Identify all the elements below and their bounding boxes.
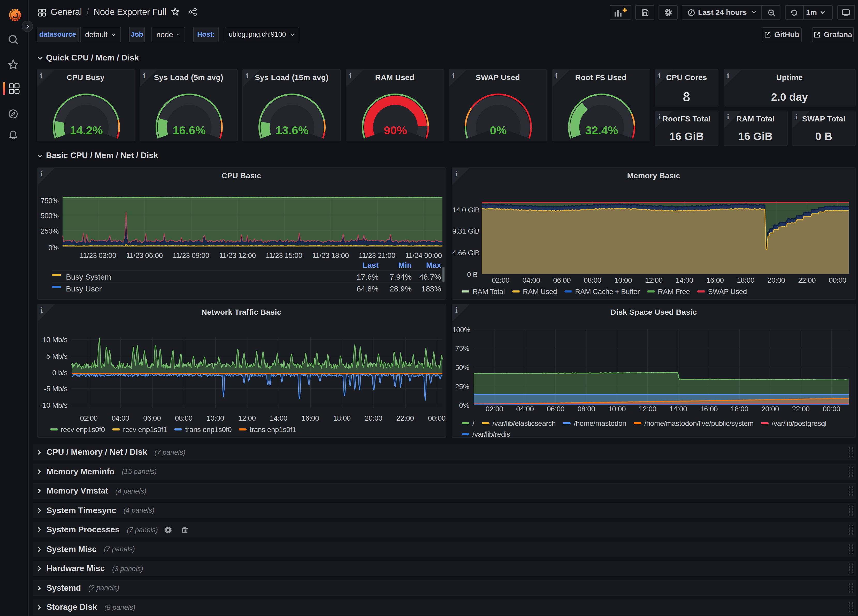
svg-text:0%: 0% xyxy=(490,124,507,137)
svg-text:14.2%: 14.2% xyxy=(70,124,103,137)
svg-text:90%: 90% xyxy=(384,124,407,137)
svg-text:32.4%: 32.4% xyxy=(585,124,618,137)
svg-text:13.6%: 13.6% xyxy=(276,124,309,137)
svg-text:16.6%: 16.6% xyxy=(173,124,206,137)
